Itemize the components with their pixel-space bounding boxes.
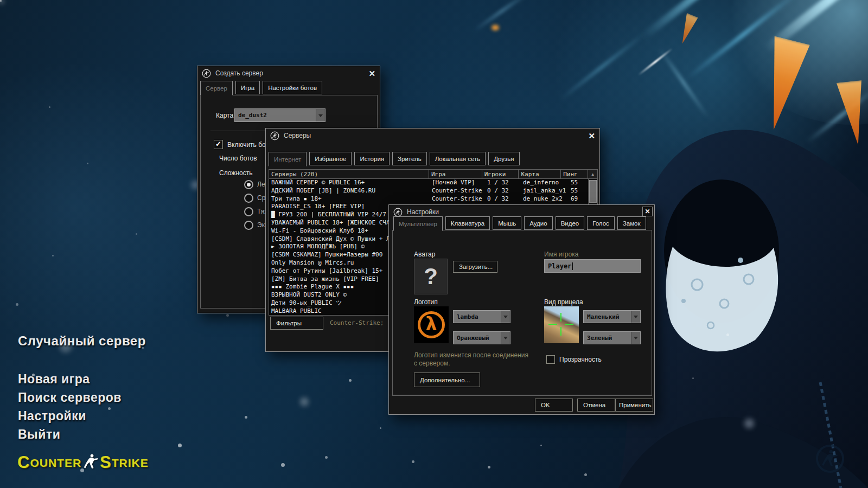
server-row[interactable]: Три типа ▪ 18+ Counter-Strike 0 / 32 de_… xyxy=(269,195,589,203)
create-server-tabs: Сервер Игра Настройки ботов xyxy=(200,81,322,95)
tab-favorites[interactable]: Избранное xyxy=(309,152,352,165)
server-name: Три типа ▪ 18+ xyxy=(271,195,322,203)
server-map: de_inferno xyxy=(523,179,559,187)
window-title: Настройки xyxy=(407,208,439,216)
tab-multiplayer[interactable]: Мультиплеер xyxy=(393,216,443,231)
column-servers[interactable]: Серверы (220) xyxy=(269,170,429,178)
server-game: Counter-Strike xyxy=(432,195,482,203)
tab-server[interactable]: Сервер xyxy=(200,81,233,95)
column-game[interactable]: Игра xyxy=(429,170,482,178)
server-game: Counter-Strike xyxy=(432,187,482,195)
server-name: ▪▪▪ Zombie Plague X ▪▪▪ xyxy=(271,283,354,291)
tab-mouse[interactable]: Мышь xyxy=(493,216,521,230)
servers-tabs: Интернет Избранное История Зритель Локал… xyxy=(269,152,520,166)
server-name: Дети 90-ых_PUBLIC ツ xyxy=(271,299,342,307)
bg-orange-dot xyxy=(492,25,499,30)
scrollbar-thumb[interactable] xyxy=(589,180,597,203)
tab-voice[interactable]: Голос xyxy=(587,216,615,230)
menu-item-options[interactable]: Настройки xyxy=(18,409,86,423)
tab-history[interactable]: История xyxy=(354,152,390,165)
column-map[interactable]: Карта xyxy=(519,170,561,178)
server-ping: 55 xyxy=(571,179,578,187)
server-name: [ZM] Битва за жизнь [VIP FREE] xyxy=(271,275,379,284)
tab-video[interactable]: Видео xyxy=(556,216,585,230)
menu-item-quit[interactable]: Выйти xyxy=(18,427,60,442)
window-title: Создать сервер xyxy=(215,69,263,77)
close-icon[interactable]: ✕ xyxy=(588,132,595,140)
logo-text: TRIKE xyxy=(112,456,149,470)
servers-titlebar[interactable]: Серверы ✕ xyxy=(266,129,599,143)
server-ping: 69 xyxy=(571,195,578,203)
window-title: Серверы xyxy=(284,132,311,139)
settings-panel xyxy=(392,230,652,396)
cs-icon xyxy=(202,69,211,78)
settings-window: Настройки ✕ Мультиплеер Клавиатура Мышь … xyxy=(388,204,655,415)
cancel-button[interactable]: Отмена xyxy=(577,399,615,412)
server-name: ВЗРЫВНОЙ DUST2 ONLY © xyxy=(271,291,347,299)
filter-text: Counter-Strike; xyxy=(330,319,384,326)
create-server-titlebar[interactable]: Создать сервер ✕ xyxy=(197,66,380,80)
logo-text: S xyxy=(100,455,112,470)
scroll-up-icon[interactable]: ▲ xyxy=(588,170,597,178)
server-name: PARADISE_CS 18+ [FREE VIP] xyxy=(271,203,365,211)
server-name: [CSDM] Славянский Дух © Пушки + Лазеры xyxy=(271,235,408,243)
menu-item-random-server[interactable]: Случайный сервер xyxy=(18,333,146,349)
tab-keyboard[interactable]: Клавиатура xyxy=(445,216,490,230)
bg-bokeh-dots xyxy=(0,0,3,3)
apply-button[interactable]: Применить xyxy=(615,399,653,412)
tab-lan[interactable]: Локальная сеть xyxy=(430,152,486,165)
server-players: 1 / 32 xyxy=(487,179,509,187)
server-list-header: Серверы (220) Игра Игроки Карта Пинг ▲ xyxy=(269,170,597,179)
server-name: Wi-Fi - Бойцовский Клуб 18+ xyxy=(271,227,368,235)
cs-icon xyxy=(393,208,403,217)
tab-lock[interactable]: Замок xyxy=(617,216,646,230)
server-row[interactable]: АДСКИЙ ПОБЕГ [JB] | ZONE46.RU Counter-St… xyxy=(269,187,589,195)
cs-watermark-icon xyxy=(815,444,845,474)
server-ping: 55 xyxy=(571,187,578,195)
server-players: 0 / 32 xyxy=(487,187,509,195)
server-name: АДСКИЙ ПОБЕГ [JB] | ZONE46.RU xyxy=(271,187,375,195)
server-players: 0 / 32 xyxy=(487,195,509,203)
server-name: MALBARA PUBLIC xyxy=(271,307,322,316)
tab-bot-settings[interactable]: Настройки ботов xyxy=(263,81,322,94)
server-name: ВАЖНЫЙ СЕРВЕР © PUBLIC 16+ xyxy=(271,179,365,187)
server-name: [CSDM CSKAMAZ] Пушки+Лазеры #00 xyxy=(271,251,382,259)
close-icon[interactable]: ✕ xyxy=(368,69,375,78)
settings-tabs: Мультиплеер Клавиатура Мышь Аудио Видео … xyxy=(393,216,646,231)
menu-item-find-servers[interactable]: Поиск серверов xyxy=(18,390,122,405)
tab-game[interactable]: Игра xyxy=(235,81,260,94)
desktop: Случайный сервер Новая игра Поиск сервер… xyxy=(0,0,868,488)
filters-button[interactable]: Фильтры xyxy=(270,317,323,330)
tab-internet[interactable]: Интернет xyxy=(269,152,307,166)
server-game: [Ночной VIP] xyxy=(432,179,475,187)
cs-icon xyxy=(270,131,279,140)
bg-layer xyxy=(0,65,228,347)
tab-friends[interactable]: Друзья xyxy=(488,152,519,165)
server-name: ► ЗОЛОТАЯ МОЛОДЁЖЬ [PUB] © xyxy=(271,243,365,251)
server-name: Only Mansion @ Mircs.ru xyxy=(271,259,354,267)
column-players[interactable]: Игроки xyxy=(482,170,519,178)
counter-strike-logo: COUNTER STRIKE xyxy=(17,452,149,470)
tab-audio[interactable]: Аудио xyxy=(524,216,552,230)
logo-text: OUNTER xyxy=(30,456,81,470)
menu-item-new-game[interactable]: Новая игра xyxy=(18,372,90,387)
server-map: jail_anka_v1 xyxy=(523,187,566,195)
server-map: de_nuke_2x2 xyxy=(523,195,563,203)
cs-soldier-icon xyxy=(83,452,99,471)
ok-button[interactable]: OK xyxy=(535,399,573,412)
column-ping[interactable]: Пинг xyxy=(561,170,588,178)
logo-text: C xyxy=(17,455,30,470)
tab-spectate[interactable]: Зритель xyxy=(392,152,427,165)
server-name: █ ГРУЗ 200 | БЕСПЛАТНЫЙ VIP 24/7 █ xyxy=(271,211,393,219)
close-icon[interactable]: ✕ xyxy=(642,207,653,216)
server-name: УВАЖАЕМЫЙ PUBLIC 18+ [ЖЕНСКОЕ СЧАС xyxy=(271,219,393,227)
server-row[interactable]: ВАЖНЫЙ СЕРВЕР © PUBLIC 16+ [Ночной VIP] … xyxy=(269,179,589,187)
server-name: Побег от Рутины [Jailbreak] 15+ xyxy=(271,267,382,275)
